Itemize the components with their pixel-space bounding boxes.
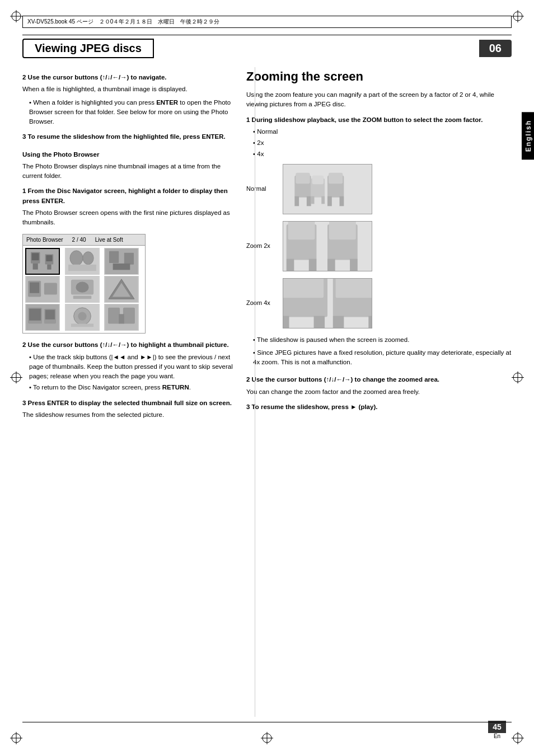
zoom-normal-label: Normal [246, 184, 283, 194]
svg-rect-66 [329, 172, 343, 184]
pb-label: Photo Browser [26, 236, 63, 244]
zooming-heading: Zooming the screen [246, 67, 512, 86]
thumb-7 [25, 304, 60, 331]
step2-highlight-bullet1: Use the track skip buttons (|◄◄ and ►►|)… [29, 353, 235, 382]
zoom-images-section: Normal [246, 164, 512, 328]
left-column: 2 Use the cursor buttons (↑/↓/←/→) to na… [22, 67, 235, 711]
svg-rect-62 [296, 172, 310, 184]
pb-count: 2 / 40 [72, 236, 86, 244]
reg-mark-tl [10, 10, 22, 24]
svg-rect-84 [283, 279, 324, 298]
reg-mark-br [512, 732, 524, 746]
zoom-quality-note: Since JPEG pictures have a fixed resolut… [253, 348, 512, 368]
english-tab: English [522, 112, 534, 159]
bottom-bar: 45 En [488, 721, 506, 739]
thumb-5 [65, 276, 100, 303]
thumb-9 [104, 304, 139, 331]
svg-point-29 [70, 251, 83, 266]
svg-rect-80 [327, 259, 335, 271]
thumb-6 [104, 276, 139, 303]
thumb-4 [25, 276, 60, 303]
thumb-2 [65, 248, 100, 275]
zoom-factor-bullets: Normal 2x 4x [246, 127, 512, 159]
svg-rect-71 [311, 196, 315, 204]
photo-browser-header: Photo Browser 2 / 40 Live at Soft [23, 234, 145, 246]
svg-rect-72 [321, 196, 325, 204]
svg-rect-64 [307, 196, 311, 206]
step1-disc-nav-heading: 1 From the Disc Navigator screen, highli… [22, 186, 235, 206]
svg-rect-34 [124, 253, 134, 265]
svg-rect-90 [368, 316, 372, 328]
thumb-1 [25, 248, 60, 275]
svg-rect-58 [123, 308, 135, 324]
bottom-divider [22, 722, 512, 722]
step1-zoom-heading: 1 During slideshow playback, use the ZOO… [246, 115, 512, 125]
page-header: Viewing JPEG discs 06 [22, 38, 512, 58]
reg-mark-bc [261, 732, 273, 746]
zoom-2x-bullet: 2x [253, 138, 512, 148]
svg-rect-51 [45, 310, 55, 320]
svg-rect-76 [287, 259, 294, 271]
zoom-2x-image [283, 221, 372, 271]
zoom-4x-label: Zoom 4x [246, 298, 283, 308]
photo-browser-grid [23, 246, 145, 333]
reg-mark-bl [10, 732, 22, 746]
svg-rect-88 [336, 279, 372, 298]
svg-point-42 [76, 282, 88, 293]
zoom-normal-bullet: Normal [253, 127, 512, 137]
svg-rect-24 [33, 264, 38, 270]
svg-rect-89 [333, 316, 344, 328]
thumb-8 [65, 304, 100, 331]
svg-rect-26 [46, 255, 52, 261]
svg-rect-38 [30, 283, 39, 293]
step2-nav-heading: 2 Use the cursor buttons (↑/↓/←/→) to na… [22, 73, 235, 82]
using-photo-browser-body: The Photo Browser displays nine thumbnai… [22, 162, 235, 181]
japanese-header: XV-DV525.book 45 ページ ２０0４年２月１８日 水曜日 午後２時… [22, 16, 512, 28]
zoom-normal-row: Normal [246, 164, 512, 214]
step2-nav-bullets: When a folder is highlighted you can pre… [22, 98, 235, 127]
japanese-header-text: XV-DV525.book 45 ページ ２０0４年２月１８日 水曜日 午後２時… [27, 18, 219, 26]
svg-rect-39 [44, 283, 57, 295]
svg-rect-31 [68, 265, 96, 271]
bottom-lang: En [488, 733, 506, 739]
svg-point-30 [83, 252, 93, 265]
svg-rect-86 [314, 316, 325, 328]
page-number-box: 06 [479, 40, 512, 57]
zoom-4x-image [283, 278, 372, 328]
zoom-2x-label: Zoom 2x [246, 241, 283, 251]
svg-rect-55 [71, 324, 93, 327]
svg-rect-85 [283, 316, 289, 328]
reg-mark-ml [10, 371, 22, 385]
svg-rect-63 [294, 196, 299, 206]
zoom-notes-bullets: The slideshow is paused when the screen … [246, 335, 512, 368]
step2-highlight-bullets: Use the track skip buttons (|◄◄ and ►►|)… [22, 353, 235, 393]
step2-nav-body: When a file is highlighted, a thumbnail … [22, 84, 235, 94]
content-area: 2 Use the cursor buttons (↑/↓/←/→) to na… [22, 67, 512, 711]
step2-cursor-heading: 2 Use the cursor buttons (↑/↓/←/→) to ch… [246, 375, 512, 384]
svg-rect-57 [108, 308, 120, 324]
svg-rect-70 [312, 175, 324, 184]
step2-nav-bullet1: When a folder is highlighted you can pre… [29, 98, 235, 127]
reg-mark-tr [512, 10, 524, 24]
step2-cursor-body: You can change the zoom factor and the z… [246, 387, 512, 397]
svg-rect-81 [350, 259, 358, 271]
thumb-3 [104, 248, 139, 275]
svg-rect-75 [288, 222, 315, 240]
page-title: Viewing JPEG discs [35, 42, 142, 55]
top-divider [22, 35, 512, 35]
photo-browser-mockup: Photo Browser 2 / 40 Live at Soft [22, 234, 146, 334]
svg-rect-33 [109, 251, 119, 263]
zoom-2x-row: Zoom 2x [246, 221, 512, 271]
svg-rect-77 [309, 259, 317, 271]
zooming-intro: Using the zoom feature you can magnify a… [246, 90, 512, 110]
svg-rect-35 [113, 264, 130, 270]
reg-mark-mr [512, 371, 524, 385]
zoom-4x-row: Zoom 4x [246, 278, 512, 328]
step2-highlight-heading: 2 Use the cursor buttons (↑/↓/←/→) to hi… [22, 340, 235, 350]
column-divider [255, 67, 255, 717]
svg-point-54 [78, 312, 86, 321]
step1-disc-nav-body: The Photo Browser screen opens with the … [22, 208, 235, 228]
svg-rect-49 [29, 309, 41, 321]
using-photo-browser-heading: Using the Photo Browser [22, 150, 235, 159]
zoom-paused-note: The slideshow is paused when the screen … [253, 335, 512, 345]
